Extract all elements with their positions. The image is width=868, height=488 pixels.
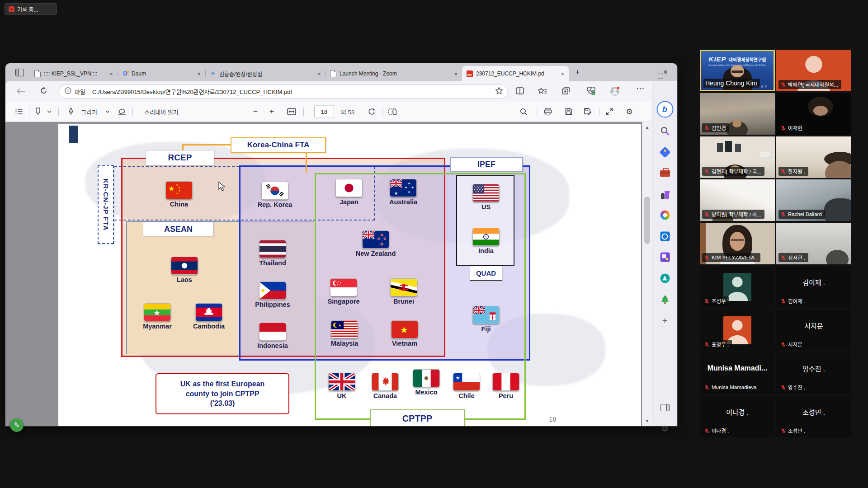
browser-tab[interactable]: 230712_EUCCP_HCKIM.pd× xyxy=(462,66,569,81)
mic-muted-icon xyxy=(780,169,786,174)
tab-close-icon[interactable]: × xyxy=(196,70,202,77)
pe-flag-icon xyxy=(492,373,519,391)
participant-tile[interactable]: 정서현 . xyxy=(776,223,851,264)
tab-title: Daum xyxy=(132,70,193,77)
tab-strip: :::: KIEP_SSL_VPN::::×DDaum×✳김흥종/원장/원장실×… xyxy=(5,63,677,81)
window-close-button[interactable]: × xyxy=(659,67,672,78)
tab-close-icon[interactable]: × xyxy=(560,70,565,77)
favorite-star-icon[interactable] xyxy=(495,87,503,97)
collections-icon[interactable] xyxy=(562,87,570,96)
designer-icon[interactable] xyxy=(660,253,670,262)
split-screen-icon[interactable] xyxy=(516,87,524,96)
participant-tile[interactable]: 김현지[ 학부재학 / 국... xyxy=(700,136,775,178)
tab-close-icon[interactable]: × xyxy=(316,70,322,77)
address-bar[interactable]: 파일 C:/Users/ZB99015/Desktop/연구원%20관련자료/2… xyxy=(59,84,508,99)
participant-tile[interactable]: Munisa Mamadi...Munisa Mamadieva xyxy=(700,352,775,394)
browser-essentials-icon[interactable] xyxy=(586,87,596,97)
participant-tile[interactable]: 서지운서지운 xyxy=(776,310,851,351)
browser-tab[interactable]: Launch Meeting - Zoom× xyxy=(326,66,462,81)
zoom-in-icon[interactable]: + xyxy=(269,107,274,116)
print-icon[interactable] xyxy=(544,108,552,116)
recording-indicator[interactable]: 기록 중... xyxy=(5,3,57,15)
draw-pen-icon[interactable] xyxy=(67,108,75,116)
browser-tab[interactable]: DDaum× xyxy=(118,66,205,81)
scroll-down-icon[interactable]: ▼ xyxy=(642,418,652,423)
page-view-icon[interactable] xyxy=(388,108,397,115)
fit-width-icon[interactable] xyxy=(287,108,296,115)
drop-icon[interactable] xyxy=(660,274,670,283)
my-flag-icon: ★ xyxy=(331,320,358,338)
profile-avatar[interactable] xyxy=(610,86,620,98)
rotate-icon[interactable] xyxy=(368,108,376,116)
pdf-search-icon[interactable] xyxy=(519,108,528,116)
mic-muted-icon xyxy=(704,255,710,261)
desktop: 기록 중... :::: KIEP_SSL_VPN::::×DDaum×✳김흥종… xyxy=(0,0,868,488)
read-aloud-button[interactable]: 소리내어 읽기 xyxy=(144,108,178,116)
country-label: Cambodia xyxy=(184,323,234,330)
tab-close-icon[interactable]: × xyxy=(453,70,458,77)
games-icon[interactable] xyxy=(660,190,670,199)
tab-close-icon[interactable]: × xyxy=(108,70,114,77)
grow-icon[interactable] xyxy=(660,294,670,304)
recording-icon xyxy=(9,6,14,12)
scrollbar-thumb[interactable] xyxy=(644,197,650,244)
site-info-icon[interactable] xyxy=(65,87,71,96)
pdf-settings-icon[interactable]: ⚙ xyxy=(626,107,632,117)
zoom-out-icon[interactable]: − xyxy=(253,107,258,116)
refresh-icon[interactable] xyxy=(40,87,47,96)
sidebar-toggle-icon[interactable] xyxy=(660,404,670,411)
participant-tile[interactable]: 양수진 .양수진 . xyxy=(776,352,851,394)
microsoft-365-icon[interactable] xyxy=(660,211,670,220)
mic-muted-icon xyxy=(780,298,786,304)
new-tab-button[interactable]: + xyxy=(575,68,580,77)
participant-tile[interactable]: 표정우 . xyxy=(700,310,775,351)
participant-tile[interactable]: 한지원 . xyxy=(776,136,851,178)
vertical-scrollbar[interactable]: ▲ ▼ xyxy=(642,122,652,426)
participant-tile[interactable]: Rachel Ballard xyxy=(776,179,851,221)
tools-icon[interactable] xyxy=(660,170,670,177)
search-icon[interactable] xyxy=(660,126,670,136)
participant-tile[interactable]: 이다경 .이다경 . xyxy=(700,396,775,437)
toc-icon[interactable] xyxy=(15,108,23,116)
settings-icon[interactable]: ⚙ xyxy=(661,424,668,434)
draw-label[interactable]: 그리기 xyxy=(81,108,97,116)
shopping-icon[interactable] xyxy=(661,148,669,156)
participant-tile[interactable]: 박혜연[ 국제대학원석... xyxy=(776,50,851,91)
participant-tile[interactable]: 조성민 .조성민 . xyxy=(776,396,851,437)
participant-tile[interactable]: KIM YELYZAVETA . xyxy=(700,223,775,264)
participant-tile[interactable]: 김민경 xyxy=(700,93,775,135)
document-icon xyxy=(34,70,41,77)
tab-actions-icon[interactable] xyxy=(15,69,24,76)
annotate-pencil-button[interactable]: ✎ xyxy=(10,418,24,432)
window-maximize-button[interactable] xyxy=(634,67,648,78)
bing-copilot-icon[interactable]: b xyxy=(656,101,673,118)
settings-more-icon[interactable]: ⋯ xyxy=(636,83,645,94)
country-us: US xyxy=(461,184,511,211)
expand-icon[interactable] xyxy=(606,108,613,116)
participant-tile[interactable]: 방지원[ 학부재학 / 사... xyxy=(700,179,775,221)
highlighter-chevron-icon[interactable] xyxy=(47,110,52,113)
back-icon[interactable] xyxy=(16,88,25,97)
favorites-icon[interactable] xyxy=(538,87,547,97)
eraser-icon[interactable] xyxy=(118,108,126,116)
participant-name-chip: 한지원 . xyxy=(778,167,808,176)
participant-tile[interactable]: 김이재 .김이재 . xyxy=(776,266,851,308)
mic-muted-icon xyxy=(704,428,710,434)
page-number-input[interactable] xyxy=(314,105,334,118)
browser-tab[interactable]: ✳김흥종/원장/원장실× xyxy=(205,66,326,81)
save-as-icon[interactable] xyxy=(584,108,592,116)
participant-tile[interactable]: 조성우 xyxy=(700,266,775,308)
participant-tile[interactable]: 이채현 xyxy=(776,93,851,135)
participant-center-name: 서지운 xyxy=(776,320,851,330)
highlighter-icon[interactable] xyxy=(34,108,42,116)
save-icon[interactable] xyxy=(565,108,573,116)
browser-tab[interactable]: :::: KIEP_SSL_VPN::::× xyxy=(30,66,118,81)
window-minimize-button[interactable]: — xyxy=(610,67,624,78)
svg-text:★: ★ xyxy=(456,375,460,380)
add-icon[interactable]: + xyxy=(662,316,668,326)
outlook-icon[interactable] xyxy=(660,232,670,241)
scroll-up-icon[interactable]: ▲ xyxy=(642,125,652,130)
mx-flag-icon xyxy=(413,369,440,387)
draw-chevron-icon[interactable] xyxy=(105,110,110,113)
participant-tile[interactable]: KIEP대외경제정책연구원 Korea Institute for Intern… xyxy=(700,50,775,91)
